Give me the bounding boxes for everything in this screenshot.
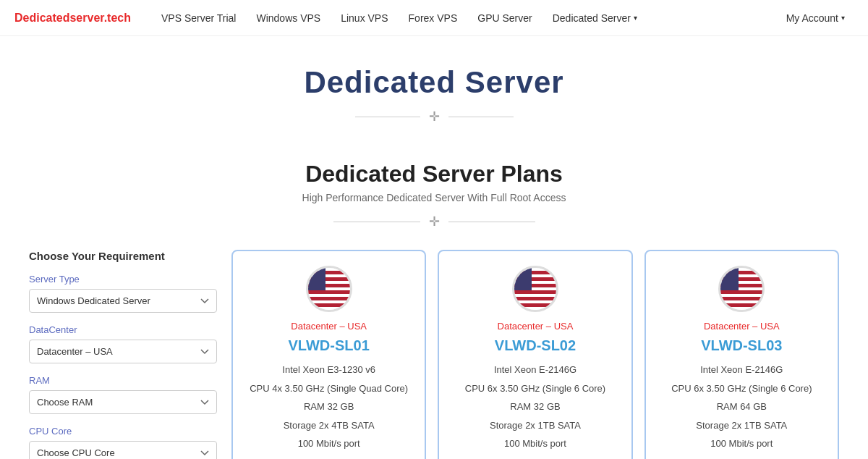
hero-divider: ✛ <box>14 109 854 125</box>
sidebar-title: Choose Your Requirement <box>29 250 217 262</box>
card1-ram: RAM 32 GB <box>244 400 413 414</box>
section-divider-line-right <box>448 222 535 222</box>
card3-bandwidth: 100 Mbit/s port <box>658 437 826 451</box>
datacenter-select[interactable]: Datacenter – USA Datacenter – EU Datacen… <box>29 340 217 363</box>
section-divider: ✛ <box>14 214 854 230</box>
nav-dedicated-server[interactable]: Dedicated Server ▾ <box>544 8 646 28</box>
flag-usa-1 <box>306 266 352 312</box>
plans-header: Dedicated Server Plans High Performance … <box>14 161 854 203</box>
hero-title: Dedicated Server <box>14 65 854 100</box>
card2-bandwidth: 100 Mbit/s port <box>451 437 619 451</box>
card3-ram: RAM 64 GB <box>658 400 826 414</box>
cards-area: Datacenter – USA VLWD-SL01 Intel Xeon E3… <box>231 250 839 459</box>
section-cross-icon: ✛ <box>429 214 440 230</box>
card3-cpu-spec: CPU 6x 3.50 GHz (Single 6 Core) <box>658 382 826 396</box>
divider-line-right <box>448 117 514 117</box>
filter-datacenter-label: DataCenter <box>29 324 217 335</box>
plans-subtitle: High Performance Dedicated Server With F… <box>14 192 854 203</box>
brand-logo[interactable]: Dedicatedserver.tech <box>14 12 131 25</box>
filter-cpu-core: CPU Core Choose CPU Core 4 Core 6 Core 8… <box>29 426 217 459</box>
my-account-button[interactable]: My Account ▾ <box>778 8 854 28</box>
card1-cpu-spec: CPU 4x 3.50 GHz (Single Quad Core) <box>244 382 413 396</box>
divider-line-left <box>355 117 420 117</box>
nav-forex-vps[interactable]: Forex VPS <box>400 8 467 28</box>
section-divider-line-left <box>333 222 420 222</box>
flag-usa-3 <box>718 266 765 312</box>
hero-section: Dedicated Server ✛ <box>0 36 868 139</box>
hero-cross-icon: ✛ <box>429 109 440 125</box>
flag-us-image-1 <box>308 268 350 310</box>
card1-cpu-model: Intel Xeon E3-1230 v6 <box>244 363 413 377</box>
nav-windows-vps[interactable]: Windows VPS <box>247 8 329 28</box>
card2-name: VLWD-SL02 <box>451 337 619 354</box>
flag-usa-2 <box>512 266 558 312</box>
flag-us-image-3 <box>720 268 762 310</box>
flag-us-image-2 <box>514 268 556 310</box>
nav-right: My Account ▾ <box>778 8 854 28</box>
filter-server-type: Server Type Windows Dedicated Server Lin… <box>29 274 217 313</box>
content-area: Choose Your Requirement Server Type Wind… <box>14 250 854 459</box>
server-card-1: Datacenter – USA VLWD-SL01 Intel Xeon E3… <box>231 250 426 459</box>
ram-select[interactable]: Choose RAM 32 GB 64 GB 128 GB <box>29 390 217 414</box>
cpu-core-select[interactable]: Choose CPU Core 4 Core 6 Core 8 Core <box>29 441 217 459</box>
card2-cpu-spec: CPU 6x 3.50 GHz (Single 6 Core) <box>451 382 619 396</box>
server-card-3: Datacenter – USA VLWD-SL03 Intel Xeon E-… <box>644 250 839 459</box>
server-type-select[interactable]: Windows Dedicated Server Linux Dedicated… <box>29 289 217 313</box>
card3-storage: Storage 2x 1TB SATA <box>658 418 826 433</box>
plans-title: Dedicated Server Plans <box>14 161 854 188</box>
account-chevron-icon: ▾ <box>841 14 845 22</box>
plans-section: Dedicated Server Plans High Performance … <box>0 139 868 459</box>
server-card-2: Datacenter – USA VLWD-SL02 Intel Xeon E-… <box>438 250 632 459</box>
card3-datacenter: Datacenter – USA <box>658 321 826 332</box>
card3-name: VLWD-SL03 <box>658 337 826 354</box>
card2-datacenter: Datacenter – USA <box>451 321 619 332</box>
filter-ram-label: RAM <box>29 375 217 386</box>
filter-server-type-label: Server Type <box>29 274 217 285</box>
card1-bandwidth: 100 Mbit/s port <box>244 437 413 451</box>
nav-linux-vps[interactable]: Linux VPS <box>332 8 396 28</box>
card2-ram: RAM 32 GB <box>451 400 619 414</box>
card1-storage: Storage 2x 4TB SATA <box>244 418 413 433</box>
filter-cpu-core-label: CPU Core <box>29 426 217 437</box>
card1-datacenter: Datacenter – USA <box>244 321 413 332</box>
sidebar: Choose Your Requirement Server Type Wind… <box>29 250 217 459</box>
nav-gpu-server[interactable]: GPU Server <box>469 8 540 28</box>
nav-vps-trial[interactable]: VPS Server Trial <box>153 8 244 28</box>
filter-ram: RAM Choose RAM 32 GB 64 GB 128 GB <box>29 375 217 414</box>
card2-cpu-model: Intel Xeon E-2146G <box>451 363 619 377</box>
card1-name: VLWD-SL01 <box>244 337 413 354</box>
chevron-down-icon: ▾ <box>634 14 637 22</box>
navbar: Dedicatedserver.tech VPS Server Trial Wi… <box>0 0 868 36</box>
card3-cpu-model: Intel Xeon E-2146G <box>658 363 826 377</box>
card2-storage: Storage 2x 1TB SATA <box>451 418 619 433</box>
nav-links: VPS Server Trial Windows VPS Linux VPS F… <box>153 8 778 28</box>
filter-datacenter: DataCenter Datacenter – USA Datacenter –… <box>29 324 217 363</box>
